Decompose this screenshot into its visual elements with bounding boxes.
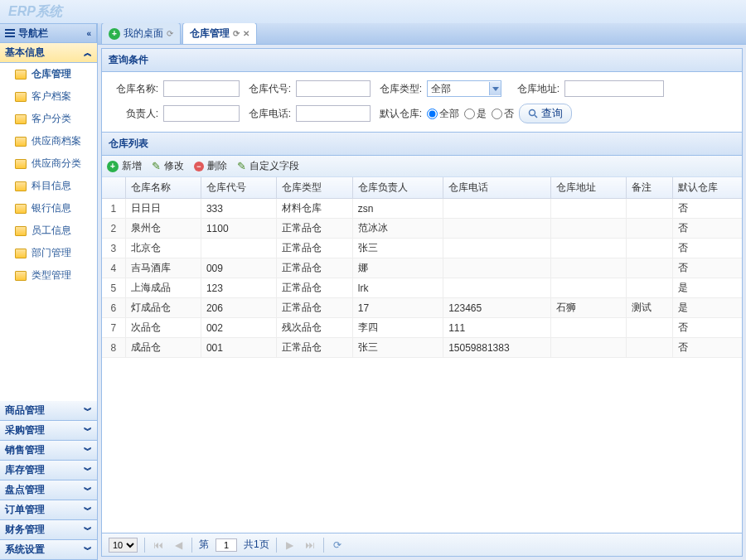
table-row[interactable]: 5上海成品123正常品仓lrk是 (102, 278, 742, 298)
sidebar-item-label: 员工信息 (31, 224, 71, 238)
grid-scroll[interactable]: 仓库名称仓库代号仓库类型仓库负责人仓库电话仓库地址备注默认仓库 1日日日333材… (102, 177, 742, 533)
refresh-icon[interactable]: ⟳ (233, 29, 240, 38)
col-header[interactable]: 仓库名称 (125, 177, 201, 199)
col-header[interactable]: 仓库负责人 (352, 177, 443, 199)
search-button[interactable]: 查询 (519, 104, 572, 123)
sidebar-group-finance[interactable]: 财务管理︾ (0, 520, 97, 540)
sidebar-item[interactable]: 供应商档案 (0, 130, 97, 152)
delete-button[interactable]: −删除 (194, 159, 227, 173)
input-owner[interactable] (163, 105, 240, 122)
sidebar-group-goods[interactable]: 商品管理︾ (0, 401, 97, 421)
next-page-button[interactable]: ▶ (283, 538, 297, 552)
radio-no[interactable]: 否 (492, 107, 514, 121)
folder-icon (15, 271, 27, 281)
search-panel-title: 查询条件 (102, 49, 742, 72)
col-rownum (102, 177, 125, 199)
table-row[interactable]: 6灯成品仓206正常品仓17123465石狮测试是 (102, 298, 742, 318)
table-row[interactable]: 2泉州仓1100正常品仓范冰冰否 (102, 219, 742, 239)
chevron-down-icon: ︾ (84, 485, 92, 496)
col-header[interactable]: 仓库类型 (277, 177, 352, 199)
custom-fields-button[interactable]: ✎自定义字段 (237, 159, 299, 173)
tab-desktop[interactable]: + 我的桌面 ⟳ (101, 23, 181, 44)
col-header[interactable]: 仓库地址 (550, 177, 626, 199)
close-icon[interactable]: ✕ (243, 29, 249, 38)
tab-warehouse[interactable]: 仓库管理 ⟳ ✕ (182, 23, 257, 44)
select-value: 全部 (431, 82, 451, 96)
sidebar-group-orders[interactable]: 订单管理︾ (0, 500, 97, 520)
tab-label: 仓库管理 (190, 27, 230, 41)
col-header[interactable]: 备注 (627, 177, 672, 199)
folder-icon (15, 204, 27, 214)
sidebar-item[interactable]: 供应商分类 (0, 152, 97, 175)
select-type[interactable]: 全部 (427, 80, 501, 97)
table-row[interactable]: 7次品仓002残次品仓李四111否 (102, 318, 742, 338)
sidebar-item[interactable]: 银行信息 (0, 197, 97, 220)
sidebar-item-label: 供应商分类 (31, 157, 81, 171)
label-code: 仓库代号: (245, 82, 291, 96)
table-row[interactable]: 1日日日333材料仓库zsn否 (102, 199, 742, 219)
folder-icon (15, 114, 27, 124)
radio-all[interactable]: 全部 (427, 107, 459, 121)
col-header[interactable]: 仓库电话 (443, 177, 551, 199)
sidebar-group-sales[interactable]: 销售管理︾ (0, 441, 97, 461)
sidebar-group-settings[interactable]: 系统设置︾ (0, 540, 97, 560)
tab-strip: + 我的桌面 ⟳ 仓库管理 ⟳ ✕ (98, 23, 746, 45)
sidebar-group-inventory[interactable]: 库存管理︾ (0, 461, 97, 480)
svg-point-4 (530, 110, 535, 116)
app-header: ERP系统 (0, 0, 746, 23)
sidebar-item[interactable]: 科目信息 (0, 175, 97, 197)
sidebar-item-label: 银行信息 (31, 201, 71, 215)
page-input[interactable] (216, 538, 237, 552)
label-owner: 负责人: (112, 107, 158, 121)
sidebar-group-basic[interactable]: 基本信息 ︽ (0, 43, 97, 63)
sidebar-item-label: 客户分类 (31, 112, 71, 126)
radio-yes[interactable]: 是 (464, 107, 487, 121)
content-area: + 我的桌面 ⟳ 仓库管理 ⟳ ✕ 查询条件 仓库名称: 仓库代号: 仓库类型: (98, 23, 746, 560)
total-pages: 共1页 (244, 538, 269, 552)
page-size-select[interactable]: 10 (109, 538, 138, 553)
sidebar-item[interactable]: 客户分类 (0, 108, 97, 130)
svg-rect-0 (5, 29, 15, 31)
input-name[interactable] (163, 80, 240, 97)
chevron-down-icon: ︾ (84, 524, 92, 536)
col-header[interactable]: 仓库代号 (201, 177, 276, 199)
refresh-icon[interactable]: ⟳ (167, 29, 173, 38)
minus-icon: − (194, 162, 204, 171)
chevron-down-icon: ︾ (84, 445, 92, 456)
sidebar-item[interactable]: 员工信息 (0, 220, 97, 242)
input-addr[interactable] (564, 80, 664, 97)
sidebar-item[interactable]: 仓库管理 (0, 63, 97, 85)
table-row[interactable]: 4吉马酒库009正常品仓娜否 (102, 258, 742, 278)
refresh-button[interactable]: ⟳ (331, 538, 344, 552)
group-label: 基本信息 (5, 46, 45, 60)
sidebar-item[interactable]: 部门管理 (0, 242, 97, 264)
app-logo: ERP系统 (8, 4, 62, 18)
table-row[interactable]: 8成品仓001正常品仓张三15059881383否 (102, 338, 742, 358)
sidebar-item[interactable]: 客户档案 (0, 85, 97, 108)
input-code[interactable] (296, 80, 371, 97)
table-row[interactable]: 3北京仓正常品仓张三否 (102, 239, 742, 258)
sidebar-title-bar: 导航栏 « (0, 23, 97, 43)
edit-button[interactable]: ✎修改 (152, 159, 184, 173)
dropdown-arrow-icon (489, 82, 501, 95)
search-form: 仓库名称: 仓库代号: 仓库类型: 全部 仓库地址: 负责人: 仓库电话: (102, 72, 742, 133)
sidebar-group-purchase[interactable]: 采购管理︾ (0, 421, 97, 441)
plus-icon: + (109, 28, 120, 40)
content-body: 查询条件 仓库名称: 仓库代号: 仓库类型: 全部 仓库地址: 负责人: (101, 48, 743, 557)
last-page-button[interactable]: ⏭ (303, 538, 317, 552)
list-icon (5, 28, 15, 38)
add-button[interactable]: +新增 (107, 159, 142, 173)
pencil-icon: ✎ (237, 160, 246, 172)
prev-page-button[interactable]: ◀ (172, 538, 185, 552)
first-page-button[interactable]: ⏮ (152, 538, 165, 552)
sidebar-item-label: 供应商档案 (31, 134, 81, 148)
pager: 10 ⏮ ◀ 第 共1页 ▶ ⏭ ⟳ (102, 533, 742, 556)
sidebar: 导航栏 « 基本信息 ︽ 仓库管理客户档案客户分类供应商档案供应商分类科目信息银… (0, 23, 98, 560)
collapse-icon[interactable]: « (86, 29, 91, 38)
sidebar-group-stocktake[interactable]: 盘点管理︾ (0, 480, 97, 500)
plus-icon: + (107, 161, 119, 172)
col-header[interactable]: 默认仓库 (672, 177, 742, 199)
sidebar-item[interactable]: 类型管理 (0, 264, 97, 287)
chevron-down-icon: ︾ (84, 465, 92, 476)
input-phone[interactable] (296, 105, 371, 122)
